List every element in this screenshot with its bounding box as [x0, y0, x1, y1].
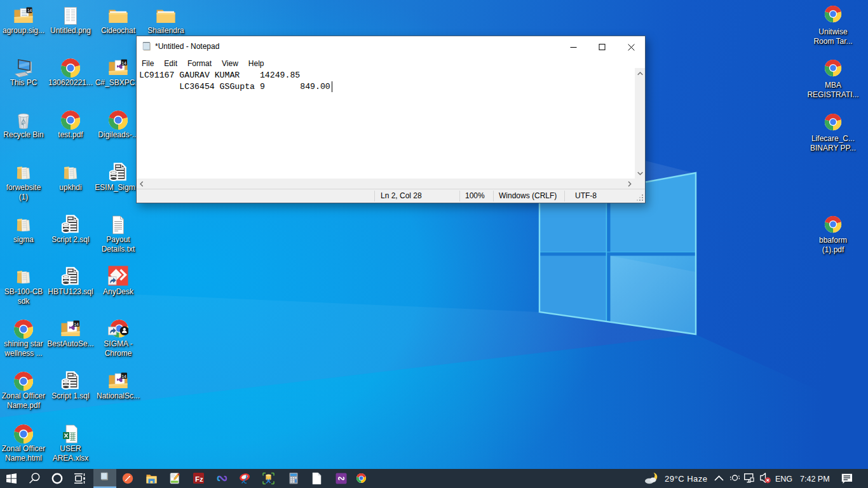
svg-text:ENG: ENG	[775, 475, 792, 484]
svg-text:7:42 PM: 7:42 PM	[800, 475, 830, 484]
svg-text:Fz: Fz	[195, 475, 203, 483]
svg-text:29°C Haze: 29°C Haze	[665, 474, 708, 484]
